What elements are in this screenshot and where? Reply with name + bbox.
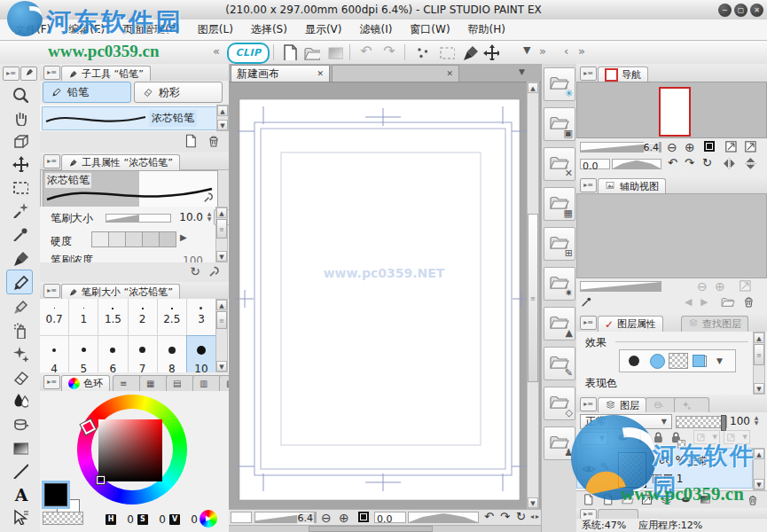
subtool-menu-icon[interactable]: ▸≡ <box>43 66 60 80</box>
nav-flip-vertical-icon[interactable] <box>743 156 758 174</box>
subtool-scrollbar[interactable]: ▲ ▼ <box>216 105 229 131</box>
preview-settings-wrench-icon[interactable] <box>202 191 215 207</box>
tool-operation-3d[interactable] <box>7 129 32 153</box>
tool-gradient[interactable] <box>7 436 32 459</box>
subview-next-icon[interactable]: ▶ <box>700 297 708 307</box>
subview-preview[interactable] <box>576 193 767 278</box>
close-button[interactable]: ✕ <box>750 4 763 17</box>
tool-figure[interactable] <box>7 459 32 482</box>
layer-tab-active[interactable]: 图层 <box>598 397 646 413</box>
scroll-up-icon[interactable]: ▲ <box>216 207 227 218</box>
color-wheel-tab[interactable]: 色环 <box>61 375 110 391</box>
effect-tone-icon[interactable] <box>646 351 669 371</box>
color-mode-toggle-icon[interactable]: ▶ <box>200 510 217 528</box>
tool-panel-menu-icon[interactable]: ▸≡ <box>3 66 20 81</box>
canvas-viewport[interactable]: www.pc0359.NET <box>229 82 527 509</box>
save-button[interactable] <box>325 43 344 62</box>
subtool-item-selected[interactable]: 浓芯铅笔 <box>42 106 217 130</box>
brushsize-cell[interactable]: 0.7 <box>40 299 69 336</box>
document-tab-inactive[interactable]: ✕ <box>332 65 459 82</box>
foreground-color-swatch[interactable] <box>44 483 67 506</box>
minimize-button[interactable]: ─ <box>718 4 732 17</box>
brushsize-panel-tab[interactable]: 笔刷大小 “浓芯铅笔” <box>61 284 180 300</box>
reset-rotation-icon[interactable]: ↻ <box>516 511 526 522</box>
dock-prev-icon[interactable]: ‹ <box>564 45 568 57</box>
scroll-down-icon[interactable]: ▼ <box>217 120 228 130</box>
subview-prev-icon[interactable]: ◀ <box>685 297 692 307</box>
layerprop-menu-icon[interactable]: ▸≡ <box>580 316 597 330</box>
collapse-icon[interactable]: « <box>213 45 220 57</box>
navigator-zoom-slider[interactable]: 6.4 <box>580 142 661 153</box>
subview-zoom-in-icon[interactable]: ⊕ <box>715 279 725 293</box>
subview-fit-icon[interactable] <box>738 278 753 296</box>
subtool-panel-tab[interactable]: 子工具 “铅笔” <box>61 66 151 82</box>
document-tab-active[interactable]: 新建画布 ✕ <box>231 65 330 82</box>
toolprop-scrollbar[interactable]: ▲ ≡ ▼ <box>215 207 228 262</box>
subtool-tab-pencil[interactable]: 铅笔 <box>43 82 131 103</box>
scroll-up-icon[interactable]: ▲ <box>217 106 228 116</box>
layerprop-tab-active[interactable]: ✓ 图层属性 <box>598 316 663 332</box>
quick-mask-button[interactable] <box>459 43 479 62</box>
brushsize-cell[interactable]: 7 <box>129 336 158 372</box>
nav-rotate-left-icon[interactable]: ↶ <box>668 157 677 168</box>
hue-marker[interactable] <box>81 419 97 435</box>
nav-zoom-out-icon[interactable]: ⊖ <box>667 140 677 154</box>
undo-icon[interactable]: ↶ <box>356 43 376 62</box>
material-folder-frame-template[interactable]: ⊞ <box>544 227 575 261</box>
tool-brush[interactable] <box>7 294 32 317</box>
rotate-right-icon[interactable]: ↷ <box>500 511 510 522</box>
brushsize-cell[interactable]: 2.5 <box>158 299 187 336</box>
toolbar-dropdown-icon[interactable]: ▼ <box>523 45 530 55</box>
material-folder-3d-object[interactable]: ◇ <box>544 387 575 420</box>
fit-to-screen-icon[interactable] <box>358 512 369 522</box>
material-folder-tone[interactable]: ▦ <box>544 187 575 221</box>
delete-subtool-trash-icon[interactable] <box>206 133 222 152</box>
tool-blend[interactable] <box>7 388 32 411</box>
menu-view[interactable]: 显示(V) <box>297 20 350 39</box>
tool-panel-tab-icon[interactable] <box>20 66 37 81</box>
scroll-down-icon[interactable]: ▼ <box>216 361 227 372</box>
redo-icon[interactable]: ↷ <box>380 43 399 62</box>
nav-flip-horizontal-icon[interactable] <box>722 156 737 174</box>
layer-extra-tab-2[interactable] <box>674 397 709 413</box>
effect-border-icon[interactable] <box>622 351 646 371</box>
selection-border-button[interactable] <box>436 43 456 62</box>
transform-button[interactable] <box>481 43 500 62</box>
color-menu-icon[interactable]: ▸≡ <box>43 375 60 389</box>
layer-menu-icon[interactable]: ▸≡ <box>580 397 597 411</box>
brushsize-cell[interactable]: 1.5 <box>98 299 128 336</box>
tool-eraser[interactable] <box>7 365 32 388</box>
new-subtool-icon[interactable] <box>183 133 199 152</box>
menu-help[interactable]: 帮助(H) <box>460 20 513 39</box>
transparent-color-swatch[interactable] <box>43 512 83 525</box>
tool-auto-select[interactable] <box>7 199 32 222</box>
settings-wrench-icon[interactable] <box>207 264 222 281</box>
scroll-down-icon[interactable]: ▼ <box>754 383 764 394</box>
scroll-left-icon[interactable]: ◂ <box>530 513 534 520</box>
subview-eyedropper-icon[interactable] <box>580 294 594 311</box>
open-file-button[interactable] <box>301 43 321 62</box>
toolbar-expand-icon[interactable]: » <box>539 45 546 57</box>
tool-object[interactable] <box>7 505 32 528</box>
scroll-up-icon[interactable]: ▲ <box>528 82 538 93</box>
dock-expand-icon[interactable]: » <box>578 45 585 57</box>
material-folder-image[interactable]: ▲ <box>544 307 575 340</box>
tool-pen[interactable] <box>7 246 32 270</box>
clip-studio-button[interactable]: CLIP <box>227 43 270 64</box>
maximize-button[interactable]: ▢ <box>734 4 747 17</box>
hardness-selector[interactable] <box>91 231 176 247</box>
subview-tab[interactable]: 辅助视图 <box>598 178 666 194</box>
canvas-hscrollbar[interactable] <box>229 525 541 532</box>
canvas-rotation-slider[interactable] <box>408 512 479 523</box>
brushsize-cell[interactable]: 1 <box>69 299 98 336</box>
opacity-spinner[interactable]: ▲▼ <box>752 415 761 426</box>
brushsize-scrollbar[interactable]: ▲ ≡ ▼ <box>215 299 228 372</box>
hardness-arrow-icon[interactable]: ▶ <box>180 233 187 242</box>
brushsize-cell[interactable]: 2 <box>129 299 158 336</box>
tool-eyedropper[interactable] <box>7 222 32 245</box>
navigator-rotation-slider[interactable] <box>612 159 661 169</box>
rotate-left-icon[interactable]: ↶ <box>484 511 494 522</box>
menu-layer[interactable]: 图层(L) <box>190 20 241 39</box>
nav-fit-icon[interactable] <box>704 141 715 152</box>
navigator-preview[interactable] <box>576 82 767 138</box>
